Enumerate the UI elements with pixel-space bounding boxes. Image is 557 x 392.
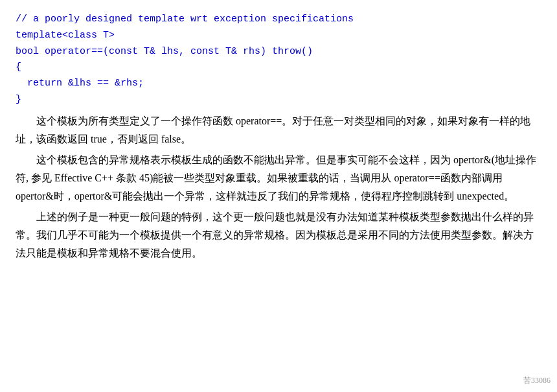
paragraph-2: 这个模板包含的异常规格表示模板生成的函数不能抛出异常。但是事实可能不会这样，因为… xyxy=(16,151,541,205)
paragraph-3: 上述的例子是一种更一般问题的特例，这个更一般问题也就是没有办法知道某种模板类型参… xyxy=(16,208,541,262)
code-template: template<class T> xyxy=(16,28,541,44)
code-function-sig: bool operator==(const T& lhs, const T& r… xyxy=(16,44,541,60)
watermark: 苦33086 xyxy=(523,374,551,387)
code-block: // a poorly designed template wrt except… xyxy=(16,12,541,108)
paragraph-1: 这个模板为所有类型定义了一个操作符函数 operator==。对于任意一对类型相… xyxy=(16,112,541,148)
code-return: return &lhs == &rhs; xyxy=(16,76,541,92)
code-open-brace: { xyxy=(16,60,541,76)
code-close-brace: } xyxy=(16,92,541,108)
code-comment: // a poorly designed template wrt except… xyxy=(16,12,541,28)
